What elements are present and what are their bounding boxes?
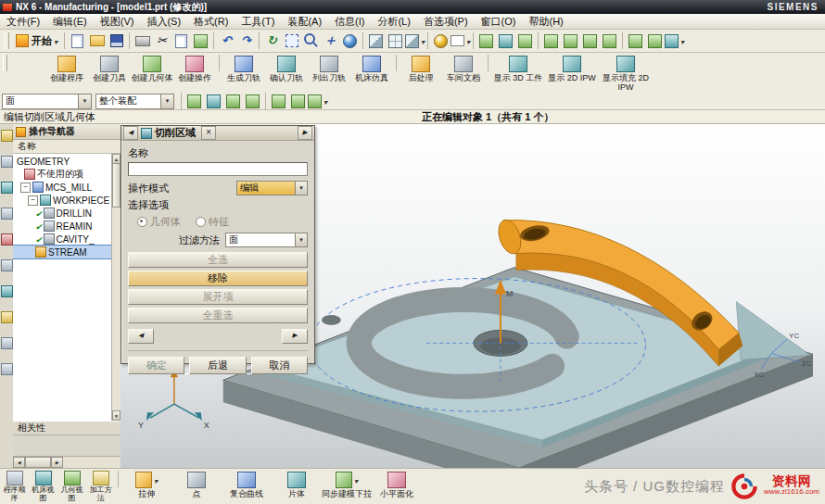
toolbar-grip[interactable] — [3, 55, 7, 71]
show-hide-button[interactable] — [496, 32, 515, 50]
roles-tab-icon[interactable] — [1, 363, 13, 375]
navigator-vertical-scrollbar[interactable] — [111, 154, 121, 421]
menu-edit[interactable]: 编辑(E) — [46, 15, 94, 29]
tree-item-mcs-mill[interactable]: MCS_MILL — [13, 181, 111, 194]
scroll-down-icon[interactable] — [112, 410, 121, 421]
dependencies-section-header[interactable]: 相关性 — [13, 421, 121, 435]
shaded-view-button[interactable] — [366, 32, 386, 50]
collapse-icon[interactable] — [20, 183, 31, 193]
mode-combo[interactable]: 编辑 — [236, 181, 308, 195]
btn-verify-toolpath[interactable]: 确认刀轨 — [265, 55, 308, 82]
machine-tool-view-button[interactable]: 机床视图 — [29, 471, 57, 502]
btn-machine-simulation[interactable]: 机床仿真 — [350, 55, 393, 82]
menu-window[interactable]: 窗口(O) — [475, 15, 523, 29]
btn-show-3d-ipw[interactable]: 显示 3D 工件 — [491, 55, 545, 82]
fit-view-button[interactable] — [282, 32, 301, 50]
navigator-column-header[interactable]: 名称 — [13, 140, 121, 154]
measure-button[interactable] — [626, 32, 645, 50]
toolbar-grip[interactable] — [5, 32, 9, 49]
hd3d-tools-tab-icon[interactable] — [1, 285, 13, 297]
zoom-button[interactable] — [301, 32, 321, 50]
scrollbar-thumb[interactable] — [112, 163, 121, 208]
point-button[interactable]: 点 — [171, 471, 222, 498]
dialog-close-icon[interactable] — [201, 126, 216, 140]
ok-button[interactable]: 确定 — [128, 357, 184, 374]
tree-item-workpiece[interactable]: WORKPIECE — [13, 194, 111, 207]
reselect-all-button[interactable]: 全重选 — [128, 308, 308, 323]
operation-navigator-tab-icon[interactable] — [1, 208, 13, 220]
collapse-icon[interactable] — [28, 195, 38, 206]
part-navigator-tab-icon[interactable] — [1, 182, 13, 194]
back-button[interactable]: 后退 — [189, 357, 246, 374]
select-all-button[interactable]: 全选 — [128, 252, 308, 268]
highlight-button[interactable] — [269, 92, 288, 110]
appearance-button[interactable] — [431, 32, 451, 50]
next-page-button[interactable] — [282, 329, 308, 344]
scope-combo[interactable]: 整个装配 — [95, 94, 174, 109]
menu-analysis[interactable]: 分析(L) — [371, 15, 416, 29]
snap-end-button[interactable] — [561, 32, 580, 50]
dialog-titlebar[interactable]: 切削区域 — [121, 126, 314, 141]
btn-shop-documentation[interactable]: 车间文档 — [442, 55, 485, 82]
radio-geometry[interactable]: 几何体 — [137, 215, 181, 229]
btn-show-2d-ipw[interactable]: 显示 2D IPW — [545, 55, 599, 82]
view-style-dropdown[interactable] — [405, 32, 425, 50]
navigator-horizontal-scrollbar[interactable] — [13, 456, 121, 468]
filter-method-combo[interactable]: 面 — [225, 233, 308, 247]
expand-item-button[interactable]: 展开项 — [128, 289, 308, 305]
cut-button[interactable] — [152, 32, 171, 50]
btn-create-tool[interactable]: 创建刀具 — [88, 55, 131, 82]
history-tab-icon[interactable] — [1, 337, 13, 349]
tree-item-drilling[interactable]: DRILLIN — [13, 207, 111, 220]
tree-item-cavity-mill[interactable]: CAVITY_ — [13, 233, 111, 246]
print-button[interactable] — [133, 32, 152, 50]
machine-navigator-tab-icon[interactable] — [1, 233, 13, 246]
start-button[interactable]: 开始 — [12, 32, 61, 50]
btn-generate-toolpath[interactable]: 生成刀轨 — [222, 55, 265, 82]
scroll-right-icon[interactable] — [51, 457, 63, 468]
face-color-dropdown[interactable] — [451, 32, 470, 50]
btn-create-operation[interactable]: 创建操作 — [173, 55, 216, 82]
tree-item-reaming[interactable]: REAMIN — [13, 220, 111, 233]
menu-file[interactable]: 文件(F) — [0, 15, 46, 29]
refresh-button[interactable] — [262, 32, 282, 50]
btn-create-geometry[interactable]: 创建几何体 — [131, 55, 173, 82]
menu-help[interactable]: 帮助(H) — [522, 15, 569, 29]
program-order-view-button[interactable]: 程序顺序 — [0, 471, 29, 502]
menu-tools[interactable]: 工具(T) — [235, 15, 281, 29]
navigator-header[interactable]: 操作导航器 — [13, 124, 121, 140]
select-edge-button[interactable] — [223, 92, 243, 110]
pan-button[interactable] — [321, 32, 340, 50]
internet-explorer-tab-icon[interactable] — [1, 311, 13, 323]
snap-mid-button[interactable] — [580, 32, 600, 50]
snap-enable-button[interactable] — [184, 92, 204, 110]
previous-page-button[interactable] — [128, 329, 154, 344]
extrude-button[interactable]: 拉伸 — [121, 471, 171, 498]
dialog-back-icon[interactable] — [123, 126, 138, 140]
scrollbar-thumb[interactable] — [25, 457, 51, 468]
menu-preferences[interactable]: 首选项(P) — [417, 15, 475, 29]
facet-body-button[interactable]: 小平面化 — [372, 471, 422, 498]
machining-method-view-button[interactable]: 加工方法 — [86, 471, 115, 502]
snap-point-button[interactable] — [541, 32, 561, 50]
snap-center-button[interactable] — [600, 32, 619, 50]
deselect-button[interactable] — [288, 92, 308, 110]
copy-button[interactable] — [171, 32, 191, 50]
paste-button[interactable] — [191, 32, 210, 50]
wireframe-view-button[interactable] — [386, 32, 405, 50]
layer-settings-button[interactable] — [476, 32, 496, 50]
btn-show-fill-2d-ipw[interactable]: 显示填充 2D IPW — [599, 55, 653, 92]
type-filter-combo[interactable]: 面 — [2, 94, 92, 109]
selection-options-dropdown[interactable] — [308, 92, 327, 110]
composite-curve-button[interactable]: 复合曲线 — [222, 471, 272, 498]
reuse-library-tab-icon[interactable] — [1, 259, 13, 271]
constraint-navigator-tab-icon[interactable] — [1, 156, 13, 168]
remove-button[interactable]: 移除 — [128, 271, 308, 286]
analysis-button[interactable] — [645, 32, 665, 50]
tree-item-unused[interactable]: 不使用的项 — [13, 168, 111, 181]
menu-format[interactable]: 格式(R) — [187, 15, 235, 29]
menu-assemblies[interactable]: 装配(A) — [281, 15, 328, 29]
save-button[interactable] — [107, 32, 126, 50]
wcs-button[interactable] — [515, 32, 535, 50]
tree-item-geometry[interactable]: GEOMETRY — [13, 155, 111, 168]
